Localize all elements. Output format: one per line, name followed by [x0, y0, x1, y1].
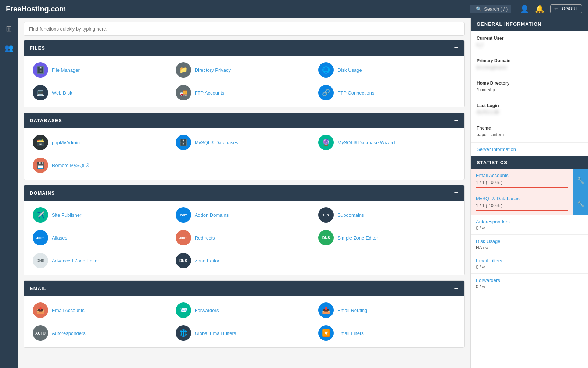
- stat-bar-wrap: [476, 187, 568, 188]
- bell-icon[interactable]: 🔔: [535, 4, 544, 13]
- item-label[interactable]: Subdomains: [337, 212, 364, 218]
- current-user-value: h_f: [477, 42, 582, 47]
- collapse-icon-email[interactable]: −: [454, 284, 458, 292]
- item-label[interactable]: Advanced Zone Editor: [52, 258, 99, 263]
- section-body-email: 📥 Email Accounts 📨 Forwarders 📤 Email Ro…: [24, 296, 464, 347]
- home-directory-value: /home/hp: [477, 87, 582, 92]
- item-forwarders[interactable]: 📨 Forwarders: [173, 301, 316, 319]
- section-body-files: 🗄️ File Manager 📁 Directory Privacy 🌐 Di…: [24, 56, 464, 107]
- logout-button[interactable]: ↩ LOGOUT: [550, 4, 582, 13]
- stat-value: 1 / 1 ( 100% ): [476, 180, 502, 185]
- item-icon: sub.: [318, 207, 334, 223]
- collapse-icon-files[interactable]: −: [454, 44, 458, 52]
- stat-wrench-button[interactable]: 🔧: [573, 169, 588, 192]
- item-label[interactable]: File Manager: [52, 67, 80, 73]
- item-label[interactable]: Autoresponders: [52, 330, 86, 336]
- item-autoresponders[interactable]: AUTO Autoresponders: [30, 324, 173, 342]
- sidebar-users-icon[interactable]: 👥: [2, 41, 16, 54]
- item-phpmyadmin[interactable]: 🗃️ phpMyAdmin: [30, 133, 173, 152]
- item-web-disk[interactable]: 💻 Web Disk: [30, 84, 173, 102]
- stat-bar: [476, 210, 568, 211]
- sidebar-grid-icon[interactable]: ⊞: [4, 22, 14, 35]
- section-header-domains: DOMAINS−: [24, 185, 464, 201]
- item-disk-usage[interactable]: 🌐 Disk Usage: [315, 61, 458, 79]
- stat-value: 0 / ∞: [476, 226, 485, 231]
- collapse-icon-databases[interactable]: −: [454, 117, 458, 124]
- home-directory-label: Home Directory: [477, 81, 582, 86]
- item-icon: 🗃️: [33, 135, 48, 150]
- stat-wrench-button[interactable]: 🔧: [573, 192, 588, 215]
- item-label[interactable]: Global Email Filters: [195, 330, 236, 336]
- stat-label[interactable]: Email Accounts: [476, 173, 568, 178]
- stat-label[interactable]: Disk Usage: [476, 238, 583, 244]
- stat-label[interactable]: Email Filters: [476, 258, 583, 263]
- server-info-link[interactable]: Server Information: [471, 143, 588, 156]
- general-info-header: GENERAL INFORMATION: [471, 18, 588, 31]
- quick-search-input[interactable]: [24, 22, 465, 36]
- item-remote-mysql[interactable]: 💾 Remote MySQL®: [30, 156, 173, 174]
- item-label[interactable]: Disk Usage: [337, 67, 362, 73]
- item-subdomains[interactable]: sub. Subdomains: [315, 206, 458, 224]
- item-ftp-accounts[interactable]: 🚚 FTP Accounts: [173, 84, 316, 102]
- item-aliases[interactable]: .com Aliases: [30, 229, 173, 247]
- theme-value: paper_lantern: [477, 132, 582, 137]
- item-icon: ✈️: [33, 207, 48, 223]
- item-redirects[interactable]: .com Redirects: [173, 229, 316, 247]
- user-icon[interactable]: 👤: [520, 4, 529, 13]
- item-label[interactable]: Email Filters: [337, 330, 364, 336]
- item-file-manager[interactable]: 🗄️ File Manager: [30, 61, 173, 79]
- item-label[interactable]: Simple Zone Editor: [337, 235, 378, 241]
- item-simple-zone-editor[interactable]: DNS Simple Zone Editor: [315, 229, 458, 247]
- stat-label[interactable]: MySQL® Databases: [476, 196, 568, 201]
- item-icon: .com: [33, 230, 48, 245]
- stat-value: 1 / 1 ( 100% ): [476, 203, 502, 208]
- collapse-icon-domains[interactable]: −: [454, 189, 458, 197]
- item-label[interactable]: MySQL® Databases: [195, 140, 239, 145]
- item-label[interactable]: MySQL® Database Wizard: [337, 140, 395, 145]
- item-label[interactable]: phpMyAdmin: [52, 140, 80, 145]
- item-label[interactable]: Directory Privacy: [195, 67, 231, 73]
- item-mysql-databases[interactable]: 🗄️ MySQL® Databases: [173, 133, 316, 152]
- item-icon: 📥: [33, 302, 48, 318]
- item-zone-editor[interactable]: DNS Zone Editor: [173, 251, 316, 270]
- item-label[interactable]: Redirects: [195, 235, 215, 241]
- section-email: EMAIL− 📥 Email Accounts 📨 Forwarders 📤 E…: [24, 280, 465, 348]
- item-label[interactable]: FTP Connections: [337, 90, 374, 96]
- stat-label[interactable]: Autoresponders: [476, 219, 583, 224]
- item-icon: 🔗: [318, 85, 334, 100]
- item-mysql-database-wizard[interactable]: 🔮 MySQL® Database Wizard: [315, 133, 458, 152]
- stat-simple-autoresponders: Autoresponders 0 / ∞: [471, 215, 588, 235]
- item-ftp-connections[interactable]: 🔗 FTP Connections: [315, 84, 458, 102]
- item-global-email-filters[interactable]: 🌐 Global Email Filters: [173, 324, 316, 342]
- item-label[interactable]: FTP Accounts: [195, 90, 225, 96]
- item-label[interactable]: Remote MySQL®: [52, 163, 89, 168]
- item-email-accounts[interactable]: 📥 Email Accounts: [30, 301, 173, 319]
- section-title-email: EMAIL: [30, 286, 46, 291]
- item-label[interactable]: Zone Editor: [195, 258, 219, 263]
- stat-label[interactable]: Forwarders: [476, 277, 583, 283]
- section-title-databases: DATABASES: [30, 118, 62, 123]
- statistics-header: STATISTICS: [471, 156, 588, 169]
- item-directory-privacy[interactable]: 📁 Directory Privacy: [173, 61, 316, 79]
- logout-icon: ↩: [554, 6, 558, 11]
- item-label[interactable]: Email Routing: [337, 308, 367, 313]
- item-email-filters[interactable]: 🔽 Email Filters: [315, 324, 458, 342]
- stat-value: 0 / ∞: [476, 284, 485, 289]
- item-advanced-zone-editor[interactable]: DNS Advanced Zone Editor: [30, 251, 173, 270]
- item-addon-domains[interactable]: .com Addon Domains: [173, 206, 316, 224]
- item-label[interactable]: Web Disk: [52, 90, 72, 96]
- item-label[interactable]: Forwarders: [195, 308, 219, 313]
- section-files: FILES− 🗄️ File Manager 📁 Directory Priva…: [24, 40, 465, 107]
- item-site-publisher[interactable]: ✈️ Site Publisher: [30, 206, 173, 224]
- stat-info: MySQL® Databases 1 / 1 ( 100% ): [471, 192, 573, 215]
- stats-container: Email Accounts 1 / 1 ( 100% ) 🔧 MySQL® D…: [471, 169, 588, 293]
- item-email-routing[interactable]: 📤 Email Routing: [315, 301, 458, 319]
- item-label[interactable]: Addon Domains: [195, 212, 229, 218]
- primary-domain-section: Primary Domain b.c.l.m.g.b.a.s.t: [471, 53, 588, 75]
- item-label[interactable]: Email Accounts: [52, 308, 85, 313]
- item-label[interactable]: Site Publisher: [52, 212, 81, 218]
- stat-info: Email Accounts 1 / 1 ( 100% ): [471, 169, 573, 192]
- primary-domain-label: Primary Domain: [477, 58, 582, 63]
- item-label[interactable]: Aliases: [52, 235, 67, 241]
- search-bar[interactable]: 🔍 Search ( / ): [470, 5, 511, 13]
